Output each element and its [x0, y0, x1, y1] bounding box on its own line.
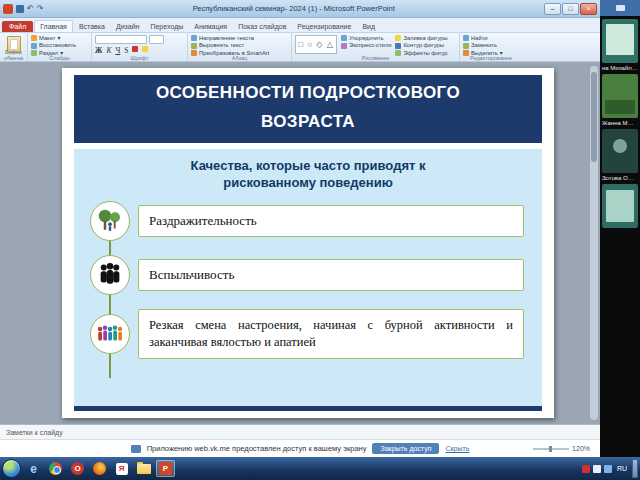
call-panel-header[interactable]	[600, 0, 640, 16]
redo-icon[interactable]: ↷	[37, 5, 44, 13]
tab-view[interactable]: Вид	[357, 21, 380, 32]
shape-fill-button[interactable]: Заливка фигуры	[395, 35, 447, 41]
video-call-panel: на Михайл… Жанна М… Зотова О…	[600, 0, 640, 457]
powerpoint-taskbar-icon[interactable]: P	[156, 460, 175, 477]
layout-icon	[31, 35, 37, 41]
replace-button[interactable]: Заменить	[463, 42, 519, 48]
group-label: Слайды	[28, 55, 91, 61]
opera-icon[interactable]: O	[68, 460, 87, 477]
video-tile[interactable]	[602, 19, 638, 63]
slide-title: ОСОБЕННОСТИ ПОДРОСТКОВОГО ВОЗРАСТА	[74, 75, 542, 143]
quick-styles-icon	[341, 43, 347, 49]
find-icon	[463, 35, 469, 41]
titlebar: ↶ ↷ Республиканский семинар- 2024 (1) - …	[0, 0, 600, 18]
highlight-color-icon[interactable]	[142, 46, 148, 52]
arrange-button[interactable]: Упорядочить	[341, 35, 391, 41]
app-tray-icon[interactable]	[593, 465, 601, 473]
font-size-select[interactable]	[149, 35, 164, 44]
undo-icon[interactable]: ↶	[27, 5, 34, 13]
tab-insert[interactable]: Вставка	[74, 21, 110, 32]
bold-button[interactable]: Ж	[95, 46, 102, 55]
internet-explorer-icon[interactable]: e	[24, 460, 43, 477]
text-direction-button[interactable]: Направление текста	[191, 35, 288, 41]
window-controls: – □ ×	[544, 3, 597, 15]
list-item-text: Резкая смена настроения, начиная с бурно…	[138, 309, 524, 359]
layout-button[interactable]: Макет ▾	[31, 35, 88, 41]
shadow-button[interactable]: S	[124, 46, 128, 55]
participant-name: Зотова О…	[600, 174, 640, 181]
tab-file[interactable]: Файл	[2, 21, 33, 32]
vertical-scrollbar[interactable]	[590, 66, 598, 420]
text-direction-icon	[191, 35, 197, 41]
recording-tray-icon[interactable]	[582, 465, 590, 473]
ribbon: Буфер обмена Макет ▾ Восстановить	[0, 33, 600, 62]
list-item-text: Вспыльчивость	[138, 259, 524, 291]
zoom-slider[interactable]	[533, 448, 569, 450]
tab-transitions[interactable]: Переходы	[145, 21, 188, 32]
zoom-slider-thumb[interactable]	[549, 446, 552, 452]
font-color-icon[interactable]	[132, 46, 138, 52]
list-item: Вспыльчивость	[90, 255, 524, 295]
align-text-button[interactable]: Выровнять текст	[191, 42, 288, 48]
chrome-icon[interactable]	[46, 460, 65, 477]
participant-name: Жанна М…	[600, 119, 640, 126]
quick-styles-button[interactable]: Экспресс-стили	[341, 42, 391, 48]
replace-icon	[463, 43, 469, 49]
list-item: Резкая смена настроения, начиная с бурно…	[90, 309, 524, 359]
paragraph-group: Направление текста Выровнять текст Преоб…	[188, 33, 292, 61]
firefox-icon[interactable]	[90, 460, 109, 477]
notes-pane[interactable]: Заметки к слайду	[0, 424, 600, 439]
crowd-clipart-icon	[90, 314, 130, 354]
editing-group: Найти Заменить Выделить ▾ Редактирование	[460, 33, 522, 61]
group-label: Редактирование	[460, 55, 522, 61]
zoom-level: 120%	[572, 445, 590, 452]
scrollbar-thumb[interactable]	[591, 72, 597, 162]
reset-icon	[31, 43, 37, 49]
video-tile[interactable]	[602, 74, 638, 118]
reset-button[interactable]: Восстановить	[31, 42, 88, 48]
tab-home[interactable]: Главная	[34, 20, 73, 32]
tab-slideshow[interactable]: Показ слайдов	[233, 21, 291, 32]
show-desktop-button[interactable]	[632, 459, 638, 478]
slide-canvas[interactable]: ОСОБЕННОСТИ ПОДРОСТКОВОГО ВОЗРАСТА Качес…	[62, 68, 554, 418]
yandex-browser-icon[interactable]: Я	[112, 460, 131, 477]
font-name-select[interactable]	[95, 35, 147, 44]
tab-animations[interactable]: Анимация	[189, 21, 232, 32]
network-tray-icon[interactable]	[604, 465, 612, 473]
hide-notification-link[interactable]: Скрыть	[445, 445, 469, 452]
maximize-button[interactable]: □	[562, 3, 579, 15]
list-item: Раздражительность	[90, 201, 524, 241]
stop-sharing-button[interactable]: Закрыть доступ	[372, 443, 439, 454]
shape-fill-icon	[395, 35, 401, 41]
screen: ↶ ↷ Республиканский семинар- 2024 (1) - …	[0, 0, 640, 480]
folder-icon[interactable]	[134, 460, 153, 477]
shape-outline-button[interactable]: Контур фигуры	[395, 42, 447, 48]
save-icon[interactable]	[16, 5, 24, 13]
tab-design[interactable]: Дизайн	[111, 21, 145, 32]
close-button[interactable]: ×	[580, 3, 597, 15]
group-label: Шрифт	[92, 55, 187, 61]
notes-placeholder: Заметки к слайду	[6, 429, 63, 436]
language-indicator[interactable]: RU	[615, 465, 629, 472]
slide-workspace: ОСОБЕННОСТИ ПОДРОСТКОВОГО ВОЗРАСТА Качес…	[0, 62, 600, 424]
find-button[interactable]: Найти	[463, 35, 519, 41]
shapes-gallery[interactable]: □ ○ ◇ △	[295, 35, 337, 54]
underline-button[interactable]: Ч	[115, 46, 120, 55]
powerpoint-app-icon[interactable]	[3, 4, 13, 14]
list-item-text: Раздражительность	[138, 205, 524, 237]
group-label: Буфер обмена	[0, 49, 27, 61]
italic-button[interactable]: К	[106, 46, 111, 55]
align-text-icon	[191, 43, 197, 49]
slides-group: Макет ▾ Восстановить Раздел ▾ Слайды	[28, 33, 92, 61]
start-button[interactable]	[2, 459, 21, 478]
window-title: Республиканский семинар- 2024 (1) - Micr…	[43, 4, 544, 13]
video-tile[interactable]	[602, 184, 638, 228]
camera-icon	[616, 5, 625, 11]
video-tile[interactable]	[602, 129, 638, 173]
quick-access-toolbar: ↶ ↷	[3, 4, 43, 14]
minimize-button[interactable]: –	[544, 3, 561, 15]
screen-share-notification: Приложению web.vk.me предоставлен доступ…	[0, 439, 600, 457]
group-label: Рисование	[292, 55, 459, 61]
participant-name: на Михайл…	[600, 64, 640, 71]
tab-review[interactable]: Рецензирование	[292, 21, 356, 32]
